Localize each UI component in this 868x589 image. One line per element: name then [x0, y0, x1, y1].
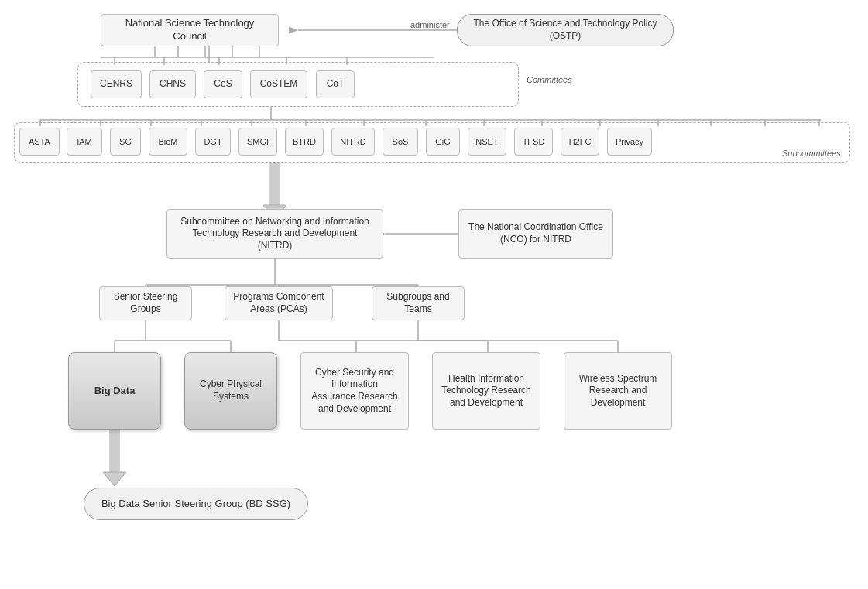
cos-node: CoS — [204, 70, 242, 98]
subcommittees-label: Subcommittees — [782, 149, 841, 158]
costem-node: CoSTEM — [250, 70, 307, 98]
hitr-node: Health Information Technology Research a… — [432, 352, 540, 430]
privacy-node: Privacy — [607, 128, 652, 156]
iam-node: IAM — [67, 128, 102, 156]
diagram: administer support National Science Tech… — [0, 0, 868, 589]
tfsd-node: TFSD — [514, 128, 553, 156]
h2fc-node: H2FC — [561, 128, 599, 156]
subgroups-node: Subgroups and Teams — [372, 286, 465, 320]
chns-node: CHNS — [149, 70, 196, 98]
btrd-node: BTRD — [285, 128, 324, 156]
wsr-node: Wireless Spectrum Research and Developme… — [564, 352, 672, 430]
biom-node: BioM — [149, 128, 187, 156]
pca-node: Programs Component Areas (PCAs) — [225, 286, 333, 320]
smgi-node: SMGI — [238, 128, 277, 156]
csia-node: Cyber Security and Information Assurance… — [300, 352, 409, 430]
gig-node: GiG — [426, 128, 460, 156]
cps-node: Cyber Physical Systems — [184, 352, 277, 430]
bdssg-node: Big Data Senior Steering Group (BD SSG) — [84, 488, 308, 520]
cot-node: CoT — [316, 70, 355, 98]
bigdata-node: Big Data — [68, 352, 161, 430]
administer-label: administer — [410, 20, 450, 29]
ssg-node: Senior Steering Groups — [99, 286, 192, 320]
cenrs-node: CENRS — [91, 70, 142, 98]
sg-node: SG — [110, 128, 141, 156]
nset-node: NSET — [468, 128, 506, 156]
sos-node: SoS — [383, 128, 418, 156]
nstc-node: National Science Technology Council — [101, 14, 279, 46]
svg-marker-54 — [103, 472, 126, 486]
dgt-node: DGT — [195, 128, 231, 156]
nitrd-sub-node: NITRD — [331, 128, 375, 156]
committees-label: Committees — [527, 75, 572, 84]
asta-node: ASTA — [19, 128, 60, 156]
nitrd-main-node: Subcommittee on Networking and Informati… — [166, 209, 383, 259]
ostp-node: The Office of Science and Technology Pol… — [457, 14, 674, 46]
nco-node: The National Coordination Office (NCO) f… — [458, 209, 613, 259]
